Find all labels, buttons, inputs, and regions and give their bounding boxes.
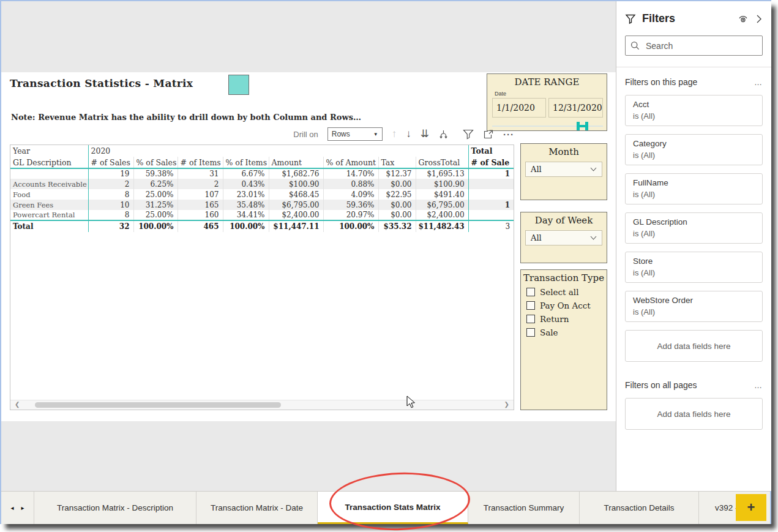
tab-transaction-details[interactable]: Transaction Details xyxy=(580,492,699,524)
more-options-icon[interactable]: … xyxy=(754,78,763,87)
cell: 100.00% xyxy=(223,220,269,232)
more-options-icon[interactable]: ··· xyxy=(503,129,514,140)
col-header[interactable]: Amount xyxy=(269,157,323,168)
cell: 2 xyxy=(178,179,223,189)
collapse-pane-chevron-icon[interactable] xyxy=(755,14,763,24)
filter-condition: is (All) xyxy=(633,229,755,238)
page-tab-bar: ◂ ▸ Transaction Matrix - Description Tra… xyxy=(1,491,770,524)
cell-total xyxy=(468,189,514,200)
col-header[interactable]: # of Items xyxy=(178,157,223,168)
filter-card-store[interactable]: Store is (All) xyxy=(625,252,763,283)
cell: $6,795.00 xyxy=(416,200,468,210)
add-data-fields-drop-zone[interactable]: Add data fields here xyxy=(625,398,763,430)
mouse-cursor xyxy=(406,395,416,409)
drill-on-dropdown[interactable]: Rows ▼ xyxy=(327,127,383,141)
matrix-total-row[interactable]: Total 32 100.00% 465 100.00% $11,447.11 … xyxy=(10,220,514,232)
cell: 100.00% xyxy=(323,220,378,232)
section-label: Filters on this page xyxy=(625,77,697,87)
new-page-button[interactable]: + xyxy=(736,494,766,521)
tab-transaction-summary[interactable]: Transaction Summary xyxy=(468,492,580,524)
eye-visibility-icon[interactable] xyxy=(737,14,749,24)
checkbox-icon[interactable] xyxy=(526,288,535,296)
checkbox-icon[interactable] xyxy=(526,301,535,310)
col-header[interactable]: # of Sales xyxy=(88,157,133,168)
filter-funnel-icon xyxy=(625,13,636,24)
row-label: Total xyxy=(10,220,88,232)
matrix-row[interactable]: Food 8 25.00% 107 23.01% $468.45 4.09% $… xyxy=(10,189,514,200)
tab-transaction-stats-matrix[interactable]: Transaction Stats Matrix xyxy=(318,492,468,524)
year-header[interactable]: 2020 xyxy=(88,145,468,157)
col-header[interactable]: Tax xyxy=(378,157,416,168)
checkbox-sale[interactable]: Sale xyxy=(526,328,607,337)
month-dropdown-value: All xyxy=(531,165,542,174)
scrollbar-thumb[interactable] xyxy=(35,402,281,408)
chevron-down-icon xyxy=(590,236,597,240)
cell: $491.40 xyxy=(416,189,468,200)
filter-card-category[interactable]: Category is (All) xyxy=(625,134,763,165)
drill-up-icon[interactable]: ↑ xyxy=(392,128,397,140)
tab-prev-icon[interactable]: ◂ xyxy=(10,504,13,511)
row-label: Accounts Receivable xyxy=(10,179,88,189)
checkbox-icon[interactable] xyxy=(526,328,535,337)
tab-transaction-matrix-description[interactable]: Transaction Matrix - Description xyxy=(34,492,196,524)
col-header[interactable]: % of Sales xyxy=(133,157,178,168)
filter-card-fullname[interactable]: FullName is (All) xyxy=(625,173,763,204)
tab-next-icon[interactable]: ▸ xyxy=(21,504,24,511)
cell: $11,447.11 xyxy=(269,220,323,232)
matrix-row[interactable]: 19 59.38% 31 6.67% $1,682.76 14.70% $12.… xyxy=(10,168,514,179)
cell: $0.00 xyxy=(378,179,416,189)
col-header[interactable]: GrossTotal xyxy=(416,157,468,168)
col-header[interactable]: % of Items xyxy=(223,157,269,168)
date-end-input[interactable]: 12/31/2020 xyxy=(548,98,603,118)
expand-next-level-icon[interactable]: ⇊ xyxy=(421,128,429,140)
filter-card-acct[interactable]: Acct is (All) xyxy=(625,95,763,126)
cell: 25.00% xyxy=(133,189,178,200)
filter-search-box[interactable] xyxy=(625,36,763,56)
day-of-week-slicer: Day of Week All xyxy=(520,212,607,263)
row-label: Food xyxy=(10,189,88,200)
scroll-right-icon[interactable]: ❯ xyxy=(504,401,509,408)
visual-filter-icon[interactable] xyxy=(463,129,474,140)
cell-total xyxy=(468,210,514,220)
cell: 35.48% xyxy=(223,200,269,210)
day-of-week-slicer-title: Day of Week xyxy=(521,212,607,226)
matrix-row[interactable]: Powercart Rental 8 25.00% 160 34.41% $2,… xyxy=(10,210,514,220)
cell: 32 xyxy=(88,220,133,232)
checkbox-select-all[interactable]: Select all xyxy=(526,287,607,297)
filter-field-name: Acct xyxy=(633,100,755,109)
date-start-input[interactable]: 1/1/2020 xyxy=(492,98,546,118)
page-title: Transaction Statistics - Matrix xyxy=(10,77,193,89)
scroll-left-icon[interactable]: ❮ xyxy=(15,401,20,408)
checkbox-icon[interactable] xyxy=(526,315,535,323)
day-of-week-dropdown[interactable]: All xyxy=(525,230,602,245)
cell: $12.37 xyxy=(378,168,416,179)
top-gray-strip xyxy=(1,1,616,72)
drill-down-icon[interactable]: ↓ xyxy=(406,128,411,140)
col-header[interactable]: % of Amount xyxy=(323,157,378,168)
filter-card-gl-description[interactable]: GL Description is (All) xyxy=(625,212,763,244)
focus-mode-icon[interactable] xyxy=(483,129,494,140)
chevron-down-icon xyxy=(590,167,597,171)
matrix-visual: Year 2020 Total GL Description # of Sale… xyxy=(10,144,514,410)
checkbox-return[interactable]: Return xyxy=(526,314,607,324)
checkbox-pay-on-acct[interactable]: Pay On Acct xyxy=(526,301,607,310)
checkbox-label: Select all xyxy=(540,287,579,297)
cell-total: 1 xyxy=(468,200,514,210)
matrix-horizontal-scrollbar[interactable]: ❮ ❯ xyxy=(10,400,514,410)
date-slider-handle[interactable] xyxy=(577,122,588,130)
add-data-fields-drop-zone[interactable]: Add data fields here xyxy=(625,330,763,362)
cell: 2 xyxy=(88,179,133,189)
more-options-icon[interactable]: … xyxy=(754,381,763,390)
month-dropdown[interactable]: All xyxy=(525,162,602,177)
date-field-label: Date xyxy=(495,91,506,97)
filter-card-webstore-order[interactable]: WebStore Order is (All) xyxy=(625,291,763,322)
matrix-row[interactable]: Accounts Receivable 2 6.25% 2 0.43% $100… xyxy=(10,179,514,189)
filters-all-pages-section: Filters on all pages … xyxy=(625,380,763,390)
checkbox-label: Return xyxy=(540,314,569,324)
search-input[interactable] xyxy=(645,40,742,51)
tab-transaction-matrix-date[interactable]: Transaction Matrix - Date xyxy=(196,492,318,524)
cell: 465 xyxy=(178,220,223,232)
expand-all-icon[interactable] xyxy=(438,129,449,140)
cell: $100.90 xyxy=(416,179,468,189)
matrix-row[interactable]: Green Fees 10 31.25% 165 35.48% $6,795.0… xyxy=(10,200,514,210)
